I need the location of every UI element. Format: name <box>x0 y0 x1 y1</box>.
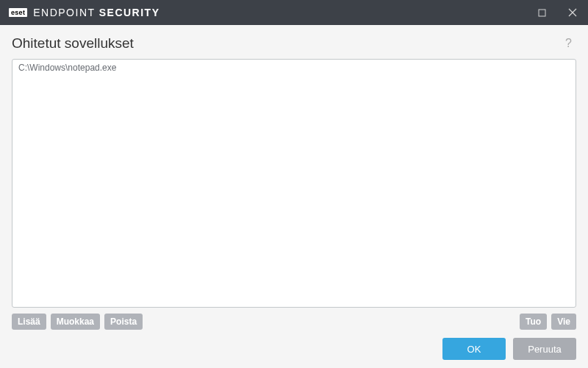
close-button[interactable] <box>557 0 588 25</box>
list-toolbar: Lisää Muokkaa Poista Tuo Vie <box>12 314 576 330</box>
edit-button[interactable]: Muokkaa <box>51 314 100 330</box>
help-icon: ? <box>565 37 572 49</box>
titlebar: eset ENDPOINT SECURITY <box>0 0 588 25</box>
export-button[interactable]: Vie <box>551 314 576 330</box>
list-item[interactable]: C:\Windows\notepad.exe <box>12 60 576 76</box>
maximize-icon <box>538 9 546 17</box>
maximize-button[interactable] <box>526 0 557 25</box>
cancel-button[interactable]: Peruuta <box>513 338 576 360</box>
app-logo: eset ENDPOINT SECURITY <box>9 7 160 18</box>
toolbar-spacer <box>147 314 515 330</box>
footer: OK Peruuta <box>0 330 588 368</box>
close-icon <box>568 8 577 17</box>
content-area: Ohitetut sovellukset ? C:\Windows\notepa… <box>0 25 588 330</box>
app-name-strong: SECURITY <box>99 7 160 18</box>
add-button[interactable]: Lisää <box>12 314 46 330</box>
page-title: Ohitetut sovellukset <box>12 35 134 52</box>
window-controls <box>526 0 588 25</box>
import-button[interactable]: Tuo <box>520 314 547 330</box>
ok-button[interactable]: OK <box>442 338 506 360</box>
svg-rect-0 <box>539 10 545 16</box>
remove-button[interactable]: Poista <box>104 314 143 330</box>
app-name-light: ENDPOINT <box>33 7 95 18</box>
exclusions-list[interactable]: C:\Windows\notepad.exe <box>12 59 576 308</box>
header-row: Ohitetut sovellukset ? <box>12 35 576 52</box>
eset-badge: eset <box>9 8 27 17</box>
app-name: ENDPOINT SECURITY <box>33 7 159 18</box>
help-button[interactable]: ? <box>561 35 576 52</box>
